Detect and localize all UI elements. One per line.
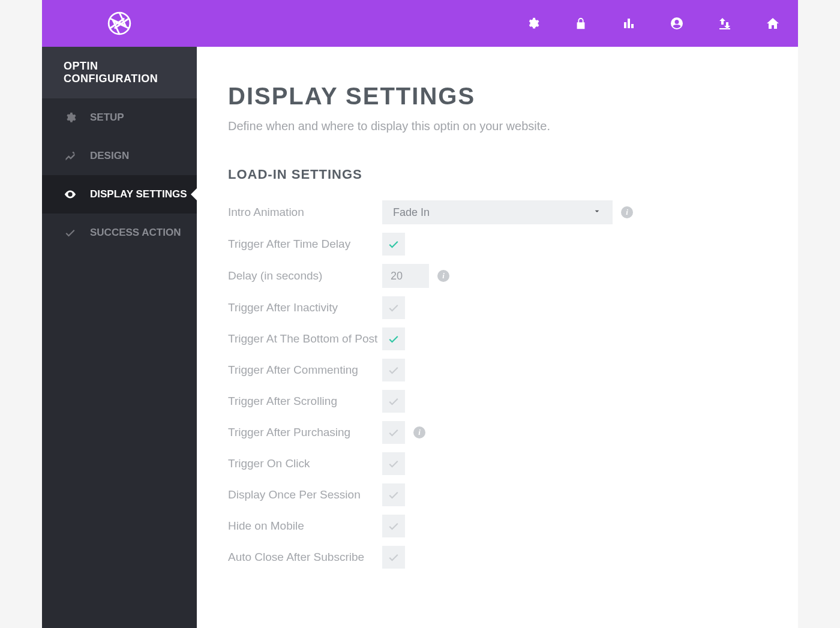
sidebar-item-label: DESIGN [90,150,129,162]
sidebar-item-success-action[interactable]: SUCCESS ACTION [42,214,197,252]
trigger-commenting-checkbox[interactable] [382,359,405,381]
field-trigger-commenting: Trigger After Commenting [228,359,762,381]
check-icon [64,226,77,239]
field-label: Display Once Per Session [228,488,382,501]
hide-on-mobile-checkbox[interactable] [382,515,405,537]
body: OPTIN CONFIGURATION SETUP DESIGN DISPLAY… [42,47,798,628]
design-icon [64,149,77,163]
sidebar-header: OPTIN CONFIGURATION [42,47,197,98]
field-label: Trigger After Inactivity [228,301,382,314]
app-window: OPTIN CONFIGURATION SETUP DESIGN DISPLAY… [42,0,798,628]
page-subtitle: Define when and where to display this op… [228,119,762,133]
sidebar-item-label: SUCCESS ACTION [90,227,181,239]
aperture-icon [106,10,133,37]
sidebar: OPTIN CONFIGURATION SETUP DESIGN DISPLAY… [42,47,197,628]
field-trigger-purchasing: Trigger After Purchasing i [228,421,762,444]
field-label: Delay (in seconds) [228,269,382,283]
sidebar-item-label: SETUP [90,112,124,124]
field-label: Trigger After Purchasing [228,426,382,439]
lock-icon[interactable] [574,16,588,31]
section-heading: LOAD-IN SETTINGS [228,167,762,182]
field-label: Trigger After Time Delay [228,238,382,251]
field-trigger-on-click: Trigger On Click [228,452,762,475]
chevron-down-icon [592,206,602,219]
trigger-on-click-checkbox[interactable] [382,452,405,475]
info-icon[interactable]: i [413,426,425,438]
field-label: Trigger On Click [228,457,382,470]
brand-logo[interactable] [42,0,197,47]
field-label: Hide on Mobile [228,519,382,533]
trigger-purchasing-checkbox[interactable] [382,421,405,444]
field-label: Intro Animation [228,206,382,219]
page-title: DISPLAY SETTINGS [228,83,762,110]
sidebar-item-label: DISPLAY SETTINGS [90,188,187,200]
info-icon[interactable]: i [621,206,633,218]
sidebar-item-display-settings[interactable]: DISPLAY SETTINGS [42,175,197,214]
field-auto-close-subscribe: Auto Close After Subscribe [228,546,762,569]
field-hide-on-mobile: Hide on Mobile [228,515,762,537]
select-value: Fade In [393,206,430,219]
info-icon[interactable]: i [437,270,449,282]
sidebar-item-design[interactable]: DESIGN [42,137,197,175]
auto-close-subscribe-checkbox[interactable] [382,546,405,569]
topbar-icons [526,16,780,31]
main-panel: DISPLAY SETTINGS Define when and where t… [197,47,798,628]
field-label: Trigger After Commenting [228,363,382,377]
home-icon[interactable] [766,16,780,31]
trigger-time-delay-checkbox[interactable] [382,233,405,256]
field-intro-animation: Intro Animation Fade In i [228,200,762,224]
transfer-icon[interactable] [718,16,732,31]
field-display-once-session: Display Once Per Session [228,483,762,506]
settings-icon[interactable] [526,16,540,31]
field-label: Trigger After Scrolling [228,395,382,408]
field-trigger-bottom-post: Trigger At The Bottom of Post [228,327,762,350]
field-label: Auto Close After Subscribe [228,551,382,564]
field-trigger-inactivity: Trigger After Inactivity [228,296,762,319]
stats-icon[interactable] [622,16,636,31]
field-trigger-scrolling: Trigger After Scrolling [228,390,762,413]
eye-icon [64,188,77,201]
trigger-inactivity-checkbox[interactable] [382,296,405,319]
intro-animation-select[interactable]: Fade In [382,200,613,224]
gear-icon [64,111,77,124]
sidebar-item-setup[interactable]: SETUP [42,98,197,137]
field-trigger-time-delay: Trigger After Time Delay [228,233,762,256]
field-delay-seconds: Delay (in seconds) i [228,264,762,288]
trigger-bottom-post-checkbox[interactable] [382,327,405,350]
delay-seconds-input[interactable] [382,264,429,288]
account-icon[interactable] [670,16,684,31]
field-label: Trigger At The Bottom of Post [228,332,382,345]
display-once-session-checkbox[interactable] [382,483,405,506]
trigger-scrolling-checkbox[interactable] [382,390,405,413]
topbar [42,0,798,47]
